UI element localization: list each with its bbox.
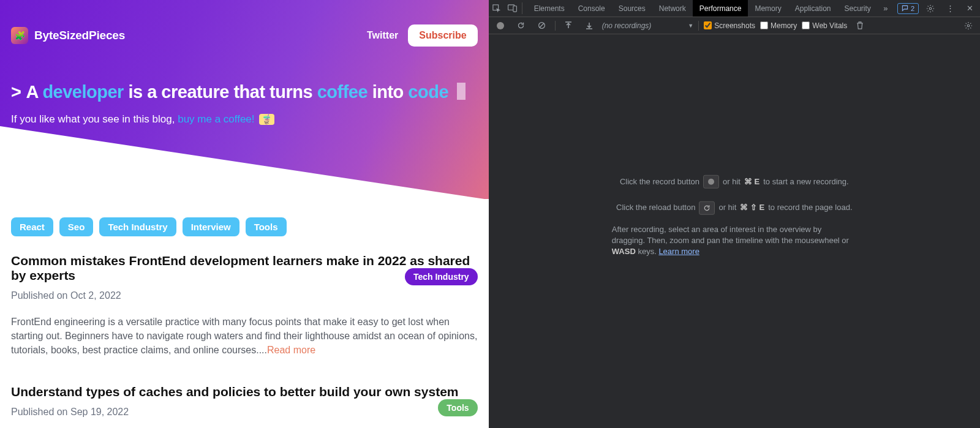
- reload-button-hint: [699, 201, 715, 214]
- tag-pill[interactable]: React: [11, 217, 53, 236]
- tag-pill[interactable]: Tools: [246, 217, 287, 236]
- coffee-emoji-icon: 🧋: [259, 114, 274, 125]
- brand-name: ByteSizedPieces: [34, 29, 125, 42]
- read-more-link[interactable]: Read more: [267, 345, 315, 355]
- hero-subline: If you like what you see in this blog, b…: [11, 113, 478, 126]
- post-card: Common mistakes FrontEnd development lea…: [11, 253, 478, 358]
- recordings-dropdown[interactable]: (no recordings) ▼: [602, 21, 694, 30]
- help-paragraph: After recording, select an area of inter…: [594, 224, 875, 258]
- issues-count: 2: [911, 5, 914, 12]
- webvitals-checkbox-input[interactable]: [802, 21, 810, 29]
- checkbox-label: Screenshots: [714, 21, 755, 30]
- divider: [555, 21, 556, 31]
- subline-text: If you like what you see in this blog,: [11, 113, 175, 125]
- screenshots-checkbox[interactable]: Screenshots: [704, 21, 755, 30]
- subscribe-button[interactable]: Subscribe: [408, 24, 477, 47]
- tag-filter-row: React Seo Tech Industry Interview Tools: [11, 217, 478, 236]
- checkbox-label: Memory: [771, 21, 797, 30]
- content-section: React Seo Tech Industry Interview Tools …: [0, 199, 489, 428]
- svg-rect-2: [513, 6, 517, 12]
- brand[interactable]: 🧩 ByteSizedPieces: [11, 27, 125, 44]
- help-line-1: Click the record button or hit ⌘ E to st…: [594, 174, 875, 189]
- tab-performance[interactable]: Performance: [693, 0, 748, 17]
- settings-icon[interactable]: [922, 4, 938, 13]
- typing-cursor-icon: [457, 83, 466, 100]
- headline-highlight: coffee: [317, 82, 368, 102]
- help-line-2: Click the reload button or hit ⌘ ⇧ E to …: [594, 200, 875, 216]
- twitter-link[interactable]: Twitter: [367, 30, 398, 41]
- tab-security[interactable]: Security: [838, 0, 878, 17]
- performance-empty-state: Click the record button or hit ⌘ E to st…: [594, 174, 875, 257]
- chat-icon: [902, 5, 908, 12]
- nav-right: Twitter Subscribe: [367, 24, 478, 47]
- tab-network[interactable]: Network: [652, 0, 693, 17]
- upload-icon[interactable]: [560, 21, 576, 29]
- post-card: Understand types of caches and policies …: [11, 385, 478, 428]
- headline-highlight: developer: [42, 82, 124, 102]
- devtools-tabbar: Elements Console Sources Network Perform…: [489, 0, 980, 17]
- download-icon[interactable]: [581, 21, 597, 29]
- checkbox-label: Web Vitals: [812, 21, 847, 30]
- performance-toolbar: (no recordings) ▼ Screenshots Memory Web…: [489, 17, 980, 34]
- website-pane: 🧩 ByteSizedPieces Twitter Subscribe > A …: [0, 0, 489, 428]
- post-excerpt: FrontEnd engineering is a versatile prac…: [11, 315, 478, 358]
- capture-settings-icon[interactable]: [960, 21, 976, 30]
- tab-application[interactable]: Application: [788, 0, 838, 17]
- svg-point-8: [967, 24, 970, 27]
- svg-line-5: [540, 23, 544, 28]
- divider: [522, 2, 522, 14]
- buy-me-coffee-link[interactable]: buy me a coffee!: [178, 113, 254, 125]
- webvitals-checkbox[interactable]: Web Vitals: [802, 21, 847, 30]
- trash-icon[interactable]: [852, 21, 868, 29]
- tab-sources[interactable]: Sources: [612, 0, 652, 17]
- headline-word: is a creature that turns: [128, 82, 312, 102]
- tab-memory[interactable]: Memory: [748, 0, 788, 17]
- chevron-down-icon: ▼: [688, 23, 693, 29]
- post-date: Published on Oct 2, 2022: [11, 290, 478, 301]
- tag-pill[interactable]: Tech Industry: [99, 217, 176, 236]
- chevron-right-icon: >: [11, 82, 21, 102]
- post-title[interactable]: Understand types of caches and policies …: [11, 385, 478, 399]
- tab-console[interactable]: Console: [571, 0, 612, 17]
- devtools-tabs: Elements Console Sources Network Perform…: [527, 0, 878, 17]
- close-icon[interactable]: ✕: [962, 4, 978, 13]
- site-nav: 🧩 ByteSizedPieces Twitter Subscribe: [11, 24, 478, 47]
- devtools-tabbar-right: » 2 ⋮ ✕: [878, 0, 980, 17]
- divider: [698, 21, 699, 31]
- memory-checkbox[interactable]: Memory: [760, 21, 797, 30]
- record-button[interactable]: [492, 22, 508, 29]
- svg-point-3: [929, 7, 932, 10]
- inspect-element-icon[interactable]: [489, 0, 505, 17]
- memory-checkbox-input[interactable]: [760, 21, 768, 29]
- post-category-badge[interactable]: Tech Industry: [405, 268, 478, 285]
- headline-highlight: code: [408, 82, 448, 102]
- screenshots-checkbox-input[interactable]: [704, 21, 712, 29]
- kebab-menu-icon[interactable]: ⋮: [942, 4, 958, 13]
- learn-more-link[interactable]: Learn more: [658, 247, 699, 256]
- clear-icon[interactable]: [534, 21, 550, 29]
- hero-section: 🧩 ByteSizedPieces Twitter Subscribe > A …: [0, 0, 489, 199]
- recordings-placeholder: (no recordings): [602, 21, 652, 30]
- device-toolbar-icon[interactable]: [505, 0, 521, 17]
- more-tabs-icon[interactable]: »: [878, 4, 894, 13]
- reload-record-button[interactable]: [513, 21, 529, 29]
- tag-pill[interactable]: Seo: [59, 217, 94, 236]
- tab-elements[interactable]: Elements: [527, 0, 571, 17]
- post-category-badge[interactable]: Tools: [438, 399, 477, 416]
- tag-pill[interactable]: Interview: [183, 217, 239, 236]
- hero-headline: > A developer is a creature that turns c…: [11, 82, 478, 102]
- record-button-hint: [703, 175, 719, 189]
- headline-word: into: [372, 82, 404, 102]
- issues-badge[interactable]: 2: [897, 3, 919, 14]
- brand-logo-icon: 🧩: [11, 27, 28, 44]
- post-date: Published on Sep 19, 2022: [11, 407, 478, 418]
- devtools-pane: Elements Console Sources Network Perform…: [489, 0, 980, 428]
- hero-diagonal-cut: [0, 126, 489, 200]
- headline-word: A: [26, 82, 37, 102]
